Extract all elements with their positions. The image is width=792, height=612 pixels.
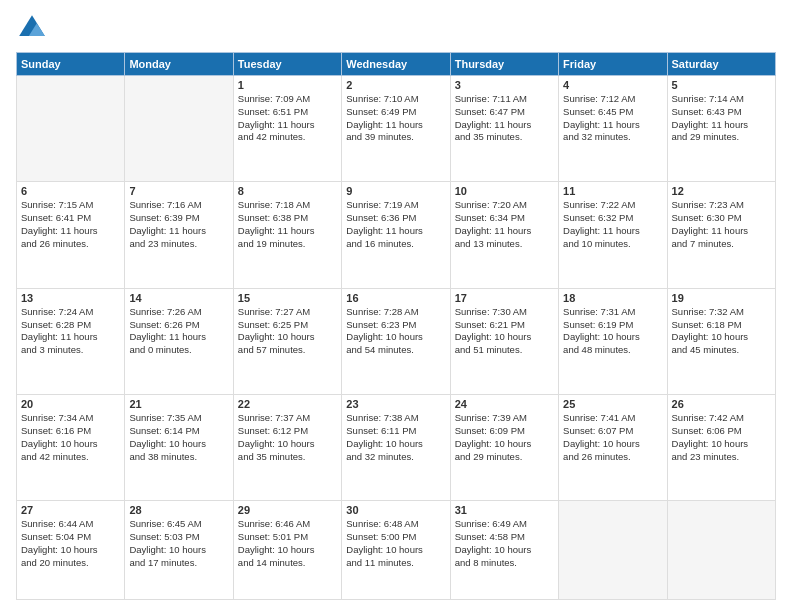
cell-line: and 14 minutes. [238,557,337,570]
cell-line: Daylight: 10 hours [672,331,771,344]
cell-line: Daylight: 10 hours [672,438,771,451]
cell-line: Sunrise: 7:27 AM [238,306,337,319]
cell-line: Sunset: 6:19 PM [563,319,662,332]
cell-line: Sunrise: 7:37 AM [238,412,337,425]
calendar-table: SundayMondayTuesdayWednesdayThursdayFrid… [16,52,776,600]
cell-line: Daylight: 11 hours [563,225,662,238]
cell-line: Daylight: 11 hours [346,119,445,132]
cell-line: and 16 minutes. [346,238,445,251]
cell-line: Sunset: 6:07 PM [563,425,662,438]
cell-line: Sunset: 6:36 PM [346,212,445,225]
calendar-cell: 19Sunrise: 7:32 AMSunset: 6:18 PMDayligh… [667,288,775,394]
cell-line: Sunset: 6:34 PM [455,212,554,225]
header [16,12,776,44]
calendar-cell: 8Sunrise: 7:18 AMSunset: 6:38 PMDaylight… [233,182,341,288]
cell-line: Sunset: 6:18 PM [672,319,771,332]
cell-line: and 10 minutes. [563,238,662,251]
cell-line: Sunrise: 7:41 AM [563,412,662,425]
calendar-cell: 5Sunrise: 7:14 AMSunset: 6:43 PMDaylight… [667,76,775,182]
cell-line: Daylight: 11 hours [238,225,337,238]
cell-line: and 23 minutes. [672,451,771,464]
cell-line: Sunset: 6:23 PM [346,319,445,332]
day-number: 2 [346,79,445,91]
calendar-cell: 27Sunrise: 6:44 AMSunset: 5:04 PMDayligh… [17,501,125,600]
calendar-header-tuesday: Tuesday [233,53,341,76]
day-number: 5 [672,79,771,91]
calendar-week-4: 20Sunrise: 7:34 AMSunset: 6:16 PMDayligh… [17,395,776,501]
cell-line: Daylight: 11 hours [346,225,445,238]
day-number: 12 [672,185,771,197]
day-number: 28 [129,504,228,516]
day-number: 21 [129,398,228,410]
cell-line: and 42 minutes. [21,451,120,464]
cell-line: Sunrise: 6:48 AM [346,518,445,531]
cell-line: Daylight: 10 hours [455,438,554,451]
calendar-cell: 9Sunrise: 7:19 AMSunset: 6:36 PMDaylight… [342,182,450,288]
cell-line: Sunrise: 7:28 AM [346,306,445,319]
cell-line: Daylight: 10 hours [238,438,337,451]
day-number: 18 [563,292,662,304]
cell-line: Daylight: 10 hours [129,438,228,451]
day-number: 4 [563,79,662,91]
calendar-cell: 13Sunrise: 7:24 AMSunset: 6:28 PMDayligh… [17,288,125,394]
cell-line: Daylight: 10 hours [238,331,337,344]
day-number: 7 [129,185,228,197]
cell-line: Daylight: 11 hours [21,225,120,238]
day-number: 17 [455,292,554,304]
cell-line: Sunrise: 7:26 AM [129,306,228,319]
cell-line: and 29 minutes. [455,451,554,464]
cell-line: Daylight: 10 hours [21,544,120,557]
cell-line: Sunrise: 7:39 AM [455,412,554,425]
cell-line: Daylight: 11 hours [672,225,771,238]
calendar-cell: 1Sunrise: 7:09 AMSunset: 6:51 PMDaylight… [233,76,341,182]
day-number: 11 [563,185,662,197]
cell-line: Sunset: 4:58 PM [455,531,554,544]
calendar-cell: 24Sunrise: 7:39 AMSunset: 6:09 PMDayligh… [450,395,558,501]
cell-line: Sunset: 6:41 PM [21,212,120,225]
cell-line: and 26 minutes. [563,451,662,464]
calendar-header-monday: Monday [125,53,233,76]
calendar-cell: 4Sunrise: 7:12 AMSunset: 6:45 PMDaylight… [559,76,667,182]
calendar-cell: 31Sunrise: 6:49 AMSunset: 4:58 PMDayligh… [450,501,558,600]
day-number: 13 [21,292,120,304]
calendar-cell: 23Sunrise: 7:38 AMSunset: 6:11 PMDayligh… [342,395,450,501]
day-number: 26 [672,398,771,410]
cell-line: Sunrise: 6:45 AM [129,518,228,531]
calendar-header-saturday: Saturday [667,53,775,76]
calendar-cell: 22Sunrise: 7:37 AMSunset: 6:12 PMDayligh… [233,395,341,501]
day-number: 6 [21,185,120,197]
calendar-cell: 7Sunrise: 7:16 AMSunset: 6:39 PMDaylight… [125,182,233,288]
cell-line: and 42 minutes. [238,131,337,144]
cell-line: Sunset: 6:32 PM [563,212,662,225]
cell-line: Daylight: 11 hours [563,119,662,132]
day-number: 29 [238,504,337,516]
cell-line: Sunrise: 7:19 AM [346,199,445,212]
calendar-week-2: 6Sunrise: 7:15 AMSunset: 6:41 PMDaylight… [17,182,776,288]
cell-line: Daylight: 10 hours [346,331,445,344]
day-number: 23 [346,398,445,410]
calendar-cell: 14Sunrise: 7:26 AMSunset: 6:26 PMDayligh… [125,288,233,394]
day-number: 15 [238,292,337,304]
cell-line: and 32 minutes. [346,451,445,464]
cell-line: Daylight: 11 hours [455,119,554,132]
calendar-cell [667,501,775,600]
cell-line: and 23 minutes. [129,238,228,251]
cell-line: and 26 minutes. [21,238,120,251]
cell-line: and 11 minutes. [346,557,445,570]
cell-line: Sunrise: 6:44 AM [21,518,120,531]
calendar-cell: 20Sunrise: 7:34 AMSunset: 6:16 PMDayligh… [17,395,125,501]
cell-line: and 39 minutes. [346,131,445,144]
cell-line: Sunset: 6:47 PM [455,106,554,119]
calendar-header-wednesday: Wednesday [342,53,450,76]
cell-line: Sunrise: 7:11 AM [455,93,554,106]
day-number: 24 [455,398,554,410]
cell-line: Daylight: 10 hours [455,544,554,557]
cell-line: Sunrise: 7:42 AM [672,412,771,425]
cell-line: Daylight: 10 hours [455,331,554,344]
cell-line: Sunset: 6:12 PM [238,425,337,438]
cell-line: Sunrise: 7:22 AM [563,199,662,212]
cell-line: Daylight: 10 hours [346,438,445,451]
cell-line: and 51 minutes. [455,344,554,357]
day-number: 10 [455,185,554,197]
calendar-cell: 3Sunrise: 7:11 AMSunset: 6:47 PMDaylight… [450,76,558,182]
